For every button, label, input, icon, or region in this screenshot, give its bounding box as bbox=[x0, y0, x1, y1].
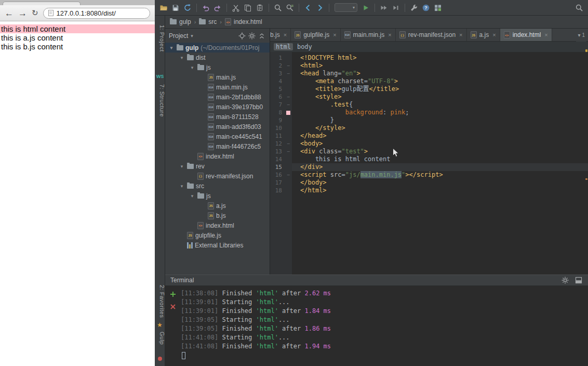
editor-tab[interactable]: rev-manifest.json× bbox=[396, 29, 467, 41]
line-number[interactable]: 2 bbox=[270, 62, 285, 70]
browser-tab[interactable] bbox=[3, 2, 81, 5]
expand-arrow-icon[interactable]: ▾ bbox=[179, 184, 185, 189]
tool-button-structure[interactable]: 7: Structure bbox=[155, 84, 165, 117]
line-number[interactable]: 10 bbox=[270, 124, 285, 132]
tree-item[interactable]: External Libraries bbox=[165, 240, 270, 250]
fast-forward-icon[interactable] bbox=[379, 3, 389, 13]
code-line[interactable]: 10 </style> bbox=[270, 124, 588, 132]
add-icon[interactable] bbox=[169, 290, 177, 298]
tree-item[interactable]: ▾src bbox=[165, 181, 270, 191]
gear-icon[interactable] bbox=[561, 276, 569, 284]
code-line[interactable]: 13−<div class="test"> bbox=[270, 148, 588, 155]
tree-item[interactable]: main-add3f6d03 bbox=[165, 122, 270, 132]
tree-item[interactable]: main.js bbox=[165, 72, 270, 82]
tab-close-icon[interactable]: × bbox=[492, 32, 496, 38]
close-icon[interactable] bbox=[169, 303, 177, 311]
breadcrumb-tag[interactable]: html bbox=[274, 43, 293, 50]
breadcrumb-item[interactable]: gulp bbox=[170, 18, 191, 25]
tool-button-project[interactable]: 1: Project bbox=[155, 25, 165, 51]
code-line[interactable]: 15</div> bbox=[270, 163, 588, 171]
replace-icon[interactable] bbox=[285, 3, 295, 13]
project-panel-title[interactable]: Project bbox=[169, 32, 188, 40]
line-number[interactable]: 13 bbox=[270, 148, 285, 155]
breadcrumb-item[interactable]: index.html bbox=[225, 18, 262, 25]
line-number[interactable]: 18 bbox=[270, 187, 285, 194]
tree-item[interactable]: index.html bbox=[165, 151, 270, 161]
tool-button-favorites[interactable]: 2: Favorites bbox=[155, 285, 165, 318]
back-arrow-icon[interactable]: ← bbox=[5, 9, 14, 18]
code-line[interactable]: 3−<head lang="en"> bbox=[270, 70, 588, 77]
run-config-dropdown[interactable]: ▾ bbox=[335, 3, 357, 12]
terminal-output[interactable]: [11:38:08] Finished 'html' after 2.62 ms… bbox=[181, 286, 588, 366]
tab-close-icon[interactable]: × bbox=[333, 32, 336, 38]
undo-icon[interactable] bbox=[201, 3, 211, 13]
editor-tab[interactable]: index.html× bbox=[500, 29, 552, 41]
project-root-row[interactable]: ▾ gulp (~/Documents/01Proj bbox=[165, 43, 270, 53]
line-number[interactable]: 7 bbox=[270, 101, 285, 109]
breadcrumb-tag[interactable]: body bbox=[297, 43, 312, 50]
code-line[interactable]: 9 } bbox=[270, 116, 588, 124]
cut-icon[interactable] bbox=[231, 3, 241, 13]
gear-icon[interactable] bbox=[248, 32, 256, 40]
code-line[interactable]: 6− <style> bbox=[270, 93, 588, 101]
tool-button-gulp[interactable]: Gulp bbox=[155, 332, 165, 345]
structure-icon[interactable] bbox=[433, 3, 443, 13]
locate-icon[interactable] bbox=[238, 32, 246, 40]
code-line[interactable]: 11</head> bbox=[270, 132, 588, 140]
tree-item[interactable]: main-87111528 bbox=[165, 112, 270, 122]
terminal-title[interactable]: Terminal bbox=[170, 277, 194, 284]
save-all-icon[interactable] bbox=[170, 3, 181, 13]
editor-tab[interactable]: b.js× bbox=[270, 29, 291, 41]
collapse-icon[interactable] bbox=[258, 32, 266, 40]
open-folder-icon[interactable] bbox=[158, 3, 169, 13]
expand-arrow-icon[interactable]: ▾ bbox=[189, 193, 195, 199]
code-area[interactable]: 1<!DOCTYPE html>2−<html>3−<head lang="en… bbox=[270, 52, 588, 274]
line-number[interactable]: 12 bbox=[270, 140, 285, 148]
tree-item[interactable]: rev-manifest.json bbox=[165, 171, 270, 181]
line-number[interactable]: 5 bbox=[270, 85, 285, 93]
breadcrumb-item[interactable]: src bbox=[199, 18, 217, 25]
sync-icon[interactable] bbox=[182, 3, 193, 13]
line-number[interactable]: 1 bbox=[270, 54, 285, 62]
line-number[interactable]: 14 bbox=[270, 155, 285, 163]
editor-tab[interactable]: a.js× bbox=[467, 29, 500, 41]
tree-item[interactable]: main-ce445c541 bbox=[165, 132, 270, 141]
line-number[interactable]: 4 bbox=[270, 77, 285, 85]
back-icon[interactable] bbox=[303, 3, 313, 13]
expand-arrow-icon[interactable]: ▾ bbox=[168, 45, 175, 50]
tree-item[interactable]: index.html bbox=[165, 220, 270, 230]
tree-item[interactable]: main.min.js bbox=[165, 82, 270, 92]
line-number[interactable]: 8 bbox=[270, 109, 285, 116]
tree-item[interactable]: main-39e197bb0 bbox=[165, 102, 270, 112]
code-line[interactable]: 2−<html> bbox=[270, 62, 588, 70]
hidden-tabs-dropdown[interactable]: ▾ 1 bbox=[576, 29, 586, 42]
tab-close-icon[interactable]: × bbox=[388, 32, 391, 38]
line-number[interactable]: 17 bbox=[270, 179, 285, 187]
help-icon[interactable]: ? bbox=[421, 3, 431, 13]
tree-item[interactable]: ▾js bbox=[165, 191, 270, 201]
search-icon[interactable] bbox=[574, 3, 584, 13]
editor-tab[interactable]: main.min.js× bbox=[341, 29, 396, 41]
address-bar[interactable]: 127.0.0.1:8080/dist/ bbox=[43, 8, 150, 19]
line-number[interactable]: 3 bbox=[270, 70, 285, 77]
forward-arrow-icon[interactable]: → bbox=[18, 9, 27, 18]
chevron-down-icon[interactable]: ▾ bbox=[191, 33, 193, 38]
line-number[interactable]: 15 bbox=[270, 163, 285, 171]
redo-icon[interactable] bbox=[212, 3, 223, 13]
code-line[interactable]: 8 background: pink; bbox=[270, 109, 588, 116]
code-line[interactable]: 1<!DOCTYPE html> bbox=[270, 54, 588, 62]
error-stripe-mark[interactable] bbox=[585, 49, 587, 52]
tree-item[interactable]: ▾dist bbox=[165, 53, 270, 62]
editor-tab[interactable]: gulpfile.js× bbox=[291, 29, 340, 41]
code-line[interactable]: 18</html> bbox=[270, 187, 588, 194]
line-number[interactable]: 16 bbox=[270, 171, 285, 179]
code-line[interactable]: 14 this is html content bbox=[270, 155, 588, 163]
expand-arrow-icon[interactable]: ▾ bbox=[189, 65, 195, 70]
tree-item[interactable]: b.js bbox=[165, 211, 270, 220]
expand-arrow-icon[interactable]: ▾ bbox=[179, 164, 185, 169]
tree-item[interactable]: gulpfile.js bbox=[165, 230, 270, 240]
step-icon[interactable] bbox=[391, 3, 401, 13]
wrench-icon[interactable] bbox=[409, 3, 419, 13]
copy-icon[interactable] bbox=[243, 3, 253, 13]
line-number[interactable]: 9 bbox=[270, 116, 285, 124]
